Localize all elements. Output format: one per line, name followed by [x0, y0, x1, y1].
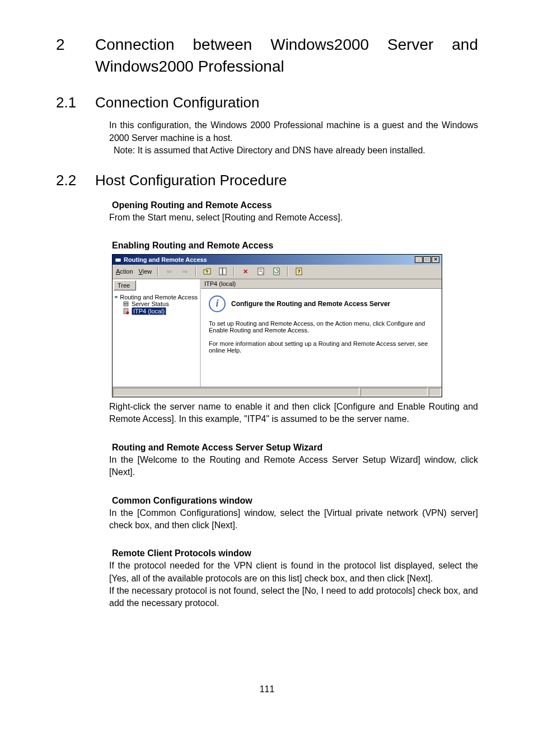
mmc-window: Routing and Remote Access _ □ ✕ Action V… [112, 254, 442, 397]
status-cell [113, 388, 359, 396]
sub-wizard-body: In the [Welcome to the Routing and Remot… [109, 454, 478, 479]
sub-opening-body: From the Start menu, select [Routing and… [109, 212, 478, 224]
toolbar-separator [195, 266, 196, 276]
toolbar-separator [233, 266, 235, 276]
show-hide-icon[interactable] [218, 266, 228, 276]
sub-enabling-title: Enabling Routing and Remote Access [112, 241, 478, 251]
mmc-detail-pane: ITP4 (local) i Configure the Routing and… [201, 279, 442, 387]
info-title: Configure the Routing and Remote Access … [231, 300, 390, 308]
svg-rect-11 [115, 297, 117, 298]
mmc-body: Tree Routing and Remote Access Server St… [113, 279, 442, 387]
tree-server-node[interactable]: ITP4 (local) [115, 307, 198, 315]
h2-1-number: 2.1 [56, 94, 95, 111]
sub-enabling-after: Right-click the server name to enable it… [109, 401, 478, 426]
toolbar-separator [287, 266, 288, 276]
sub-common-body: In the [Common Configurations] window, s… [109, 507, 478, 532]
tree-root-node[interactable]: Routing and Remote Access [115, 294, 198, 300]
h1-line1: Connection between Windows2000 Server an… [95, 34, 478, 55]
console-icon [115, 294, 118, 300]
sec21-note: Note: It is assumed that Active Director… [114, 144, 478, 157]
properties-icon[interactable] [256, 266, 266, 276]
mmc-statusbar [113, 387, 442, 397]
svg-rect-12 [124, 302, 128, 304]
mmc-tree-pane: Tree Routing and Remote Access Server St… [113, 279, 201, 387]
sub-wizard-title: Routing and Remote Access Server Setup W… [112, 443, 478, 453]
sub-remote-body1: If the protocol needed for the VPN clien… [109, 560, 478, 585]
mmc-toolbar: Action View ⇦ ⇨ ✕ ? [113, 265, 442, 279]
refresh-icon[interactable] [271, 266, 282, 276]
h2-2-text: Host Configuration Procedure [95, 172, 287, 189]
help-icon[interactable]: ? [294, 266, 304, 276]
toolbar-separator [157, 266, 158, 276]
svg-rect-13 [124, 304, 128, 306]
tree-status-node[interactable]: Server Status [115, 300, 198, 307]
info-p2: For more information about setting up a … [209, 340, 434, 354]
sub-opening-title: Opening Routing and Remote Access [112, 200, 478, 210]
page-number: 111 [0, 684, 534, 694]
back-icon[interactable]: ⇦ [164, 266, 174, 276]
h2-2-number: 2.2 [56, 172, 95, 189]
info-icon: i [209, 295, 226, 312]
status-cell [360, 388, 428, 396]
svg-text:?: ? [298, 269, 301, 274]
sub-remote-body2: If the necessary protocol is not found, … [109, 585, 478, 610]
app-icon [115, 256, 121, 263]
sec21-body: In this configuration, the Windows 2000 … [109, 119, 478, 157]
status-cell [429, 388, 441, 396]
section-2-2-heading: 2.2 Host Configuration Procedure [56, 172, 478, 189]
svg-point-15 [127, 311, 129, 314]
tree-header[interactable]: Tree [114, 280, 136, 290]
h1-line2: Windows2000 Professional [95, 55, 478, 77]
menu-action[interactable]: Action [116, 268, 133, 275]
h2-1-text: Connection Configuration [95, 94, 259, 111]
tree-server-label: ITP4 (local) [132, 307, 166, 315]
sec21-p1: In this configuration, the Windows 2000 … [109, 119, 478, 144]
forward-icon[interactable]: ⇨ [180, 266, 190, 276]
mmc-screenshot: Routing and Remote Access _ □ ✕ Action V… [112, 254, 442, 397]
server-status-icon [123, 300, 129, 307]
detail-header: ITP4 (local) [201, 279, 442, 289]
mmc-titlebar: Routing and Remote Access _ □ ✕ [113, 255, 442, 265]
svg-rect-1 [115, 257, 121, 259]
close-button[interactable]: ✕ [432, 256, 439, 263]
maximize-button[interactable]: □ [423, 256, 431, 263]
svg-rect-2 [219, 268, 222, 275]
svg-rect-3 [223, 268, 226, 275]
server-icon [123, 308, 129, 314]
mmc-title-text: Routing and Remote Access [124, 256, 207, 263]
menu-view[interactable]: View [139, 268, 152, 275]
section-2-heading: 2 Connection between Windows2000 Server … [56, 34, 478, 77]
h1-number: 2 [56, 34, 95, 77]
info-p1: To set up Routing and Remote Access, on … [209, 320, 434, 334]
sub-remote-title: Remote Client Protocols window [112, 548, 478, 558]
up-folder-icon[interactable] [202, 266, 212, 276]
section-2-1-heading: 2.1 Connection Configuration [56, 94, 478, 111]
tree-root-label: Routing and Remote Access [120, 294, 198, 300]
sub-common-title: Common Configurations window [112, 496, 478, 506]
minimize-button[interactable]: _ [415, 256, 423, 263]
delete-icon[interactable]: ✕ [240, 266, 250, 276]
tree-status-label: Server Status [132, 300, 169, 307]
